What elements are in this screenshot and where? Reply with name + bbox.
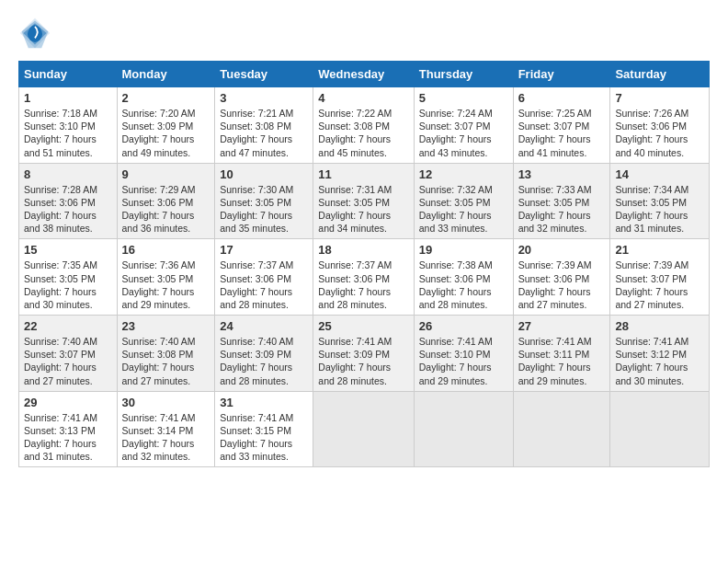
- logo: [18, 17, 55, 50]
- day-number: 4: [318, 91, 408, 105]
- calendar-header-row: SundayMondayTuesdayWednesdayThursdayFrid…: [19, 62, 710, 87]
- day-number: 28: [615, 319, 704, 333]
- day-cell: 31Sunrise: 7:41 AM Sunset: 3:15 PM Dayli…: [215, 391, 313, 467]
- day-number: 24: [220, 319, 308, 333]
- day-info: Sunrise: 7:39 AM Sunset: 3:07 PM Dayligh…: [615, 259, 704, 311]
- day-number: 5: [419, 91, 508, 105]
- day-info: Sunrise: 7:21 AM Sunset: 3:08 PM Dayligh…: [220, 107, 308, 159]
- col-header-thursday: Thursday: [414, 62, 513, 87]
- day-number: 3: [220, 91, 308, 105]
- day-info: Sunrise: 7:26 AM Sunset: 3:06 PM Dayligh…: [615, 107, 704, 159]
- day-cell: 11Sunrise: 7:31 AM Sunset: 3:05 PM Dayli…: [313, 163, 414, 239]
- col-header-monday: Monday: [117, 62, 215, 87]
- day-cell: 23Sunrise: 7:40 AM Sunset: 3:08 PM Dayli…: [117, 316, 215, 392]
- day-info: Sunrise: 7:29 AM Sunset: 3:06 PM Dayligh…: [122, 183, 210, 236]
- day-cell: 19Sunrise: 7:38 AM Sunset: 3:06 PM Dayli…: [414, 239, 513, 316]
- day-info: Sunrise: 7:25 AM Sunset: 3:07 PM Dayligh…: [518, 107, 606, 159]
- week-row-4: 29Sunrise: 7:41 AM Sunset: 3:13 PM Dayli…: [19, 391, 710, 467]
- page: SundayMondayTuesdayWednesdayThursdayFrid…: [0, 0, 728, 477]
- day-number: 29: [24, 396, 112, 409]
- calendar: SundayMondayTuesdayWednesdayThursdayFrid…: [18, 61, 710, 467]
- col-header-tuesday: Tuesday: [215, 62, 313, 87]
- day-info: Sunrise: 7:31 AM Sunset: 3:05 PM Dayligh…: [318, 183, 408, 236]
- day-info: Sunrise: 7:41 AM Sunset: 3:09 PM Dayligh…: [318, 335, 408, 387]
- day-info: Sunrise: 7:34 AM Sunset: 3:05 PM Dayligh…: [615, 183, 704, 236]
- day-cell: 7Sunrise: 7:26 AM Sunset: 3:06 PM Daylig…: [610, 87, 710, 164]
- day-number: 27: [518, 319, 606, 333]
- day-number: 16: [122, 243, 210, 257]
- day-info: Sunrise: 7:35 AM Sunset: 3:05 PM Dayligh…: [24, 259, 112, 311]
- day-cell: [513, 391, 610, 467]
- day-number: 10: [220, 167, 308, 181]
- week-row-2: 15Sunrise: 7:35 AM Sunset: 3:05 PM Dayli…: [19, 239, 710, 316]
- day-cell: 29Sunrise: 7:41 AM Sunset: 3:13 PM Dayli…: [19, 391, 118, 467]
- day-cell: 2Sunrise: 7:20 AM Sunset: 3:09 PM Daylig…: [117, 87, 215, 164]
- week-row-1: 8Sunrise: 7:28 AM Sunset: 3:06 PM Daylig…: [19, 163, 710, 239]
- day-number: 17: [220, 243, 308, 257]
- day-cell: 16Sunrise: 7:36 AM Sunset: 3:05 PM Dayli…: [117, 239, 215, 316]
- week-row-3: 22Sunrise: 7:40 AM Sunset: 3:07 PM Dayli…: [19, 316, 710, 392]
- day-cell: 3Sunrise: 7:21 AM Sunset: 3:08 PM Daylig…: [215, 87, 313, 164]
- day-info: Sunrise: 7:22 AM Sunset: 3:08 PM Dayligh…: [318, 107, 408, 159]
- day-number: 30: [122, 396, 210, 409]
- day-cell: 15Sunrise: 7:35 AM Sunset: 3:05 PM Dayli…: [19, 239, 118, 316]
- day-cell: 20Sunrise: 7:39 AM Sunset: 3:06 PM Dayli…: [513, 239, 610, 316]
- day-info: Sunrise: 7:36 AM Sunset: 3:05 PM Dayligh…: [122, 259, 210, 311]
- col-header-wednesday: Wednesday: [313, 62, 414, 87]
- day-cell: 10Sunrise: 7:30 AM Sunset: 3:05 PM Dayli…: [215, 163, 313, 239]
- week-row-0: 1Sunrise: 7:18 AM Sunset: 3:10 PM Daylig…: [19, 87, 710, 164]
- day-info: Sunrise: 7:40 AM Sunset: 3:08 PM Dayligh…: [122, 335, 210, 387]
- day-cell: 13Sunrise: 7:33 AM Sunset: 3:05 PM Dayli…: [513, 163, 610, 239]
- day-number: 1: [24, 91, 112, 105]
- day-info: Sunrise: 7:33 AM Sunset: 3:05 PM Dayligh…: [518, 183, 606, 236]
- day-info: Sunrise: 7:30 AM Sunset: 3:05 PM Dayligh…: [220, 183, 308, 236]
- day-info: Sunrise: 7:41 AM Sunset: 3:12 PM Dayligh…: [615, 335, 704, 387]
- day-info: Sunrise: 7:32 AM Sunset: 3:05 PM Dayligh…: [419, 183, 508, 236]
- col-header-saturday: Saturday: [610, 62, 710, 87]
- day-info: Sunrise: 7:24 AM Sunset: 3:07 PM Dayligh…: [419, 107, 508, 159]
- day-cell: 5Sunrise: 7:24 AM Sunset: 3:07 PM Daylig…: [414, 87, 513, 164]
- day-info: Sunrise: 7:41 AM Sunset: 3:13 PM Dayligh…: [24, 411, 112, 464]
- day-cell: 17Sunrise: 7:37 AM Sunset: 3:06 PM Dayli…: [215, 239, 313, 316]
- day-number: 14: [615, 167, 704, 181]
- day-info: Sunrise: 7:39 AM Sunset: 3:06 PM Dayligh…: [518, 259, 606, 311]
- day-cell: 1Sunrise: 7:18 AM Sunset: 3:10 PM Daylig…: [19, 87, 118, 164]
- day-info: Sunrise: 7:41 AM Sunset: 3:15 PM Dayligh…: [220, 411, 308, 464]
- header: [18, 17, 710, 50]
- day-cell: 25Sunrise: 7:41 AM Sunset: 3:09 PM Dayli…: [313, 316, 414, 392]
- day-cell: 14Sunrise: 7:34 AM Sunset: 3:05 PM Dayli…: [610, 163, 710, 239]
- day-number: 20: [518, 243, 606, 257]
- day-number: 21: [615, 243, 704, 257]
- day-cell: 26Sunrise: 7:41 AM Sunset: 3:10 PM Dayli…: [414, 316, 513, 392]
- day-cell: 8Sunrise: 7:28 AM Sunset: 3:06 PM Daylig…: [19, 163, 118, 239]
- day-number: 19: [419, 243, 508, 257]
- day-info: Sunrise: 7:40 AM Sunset: 3:07 PM Dayligh…: [24, 335, 112, 387]
- day-info: Sunrise: 7:41 AM Sunset: 3:10 PM Dayligh…: [419, 335, 508, 387]
- day-cell: 12Sunrise: 7:32 AM Sunset: 3:05 PM Dayli…: [414, 163, 513, 239]
- day-cell: 18Sunrise: 7:37 AM Sunset: 3:06 PM Dayli…: [313, 239, 414, 316]
- day-info: Sunrise: 7:41 AM Sunset: 3:11 PM Dayligh…: [518, 335, 606, 387]
- day-info: Sunrise: 7:38 AM Sunset: 3:06 PM Dayligh…: [419, 259, 508, 311]
- day-number: 2: [122, 91, 210, 105]
- day-info: Sunrise: 7:40 AM Sunset: 3:09 PM Dayligh…: [220, 335, 308, 387]
- day-number: 8: [24, 167, 112, 181]
- day-cell: 9Sunrise: 7:29 AM Sunset: 3:06 PM Daylig…: [117, 163, 215, 239]
- day-number: 31: [220, 396, 308, 409]
- day-info: Sunrise: 7:18 AM Sunset: 3:10 PM Dayligh…: [24, 107, 112, 159]
- day-number: 13: [518, 167, 606, 181]
- day-number: 9: [122, 167, 210, 181]
- day-cell: 28Sunrise: 7:41 AM Sunset: 3:12 PM Dayli…: [610, 316, 710, 392]
- logo-icon: [18, 17, 51, 50]
- day-cell: 30Sunrise: 7:41 AM Sunset: 3:14 PM Dayli…: [117, 391, 215, 467]
- day-number: 12: [419, 167, 508, 181]
- day-cell: 22Sunrise: 7:40 AM Sunset: 3:07 PM Dayli…: [19, 316, 118, 392]
- day-number: 15: [24, 243, 112, 257]
- day-number: 26: [419, 319, 508, 333]
- day-cell: 6Sunrise: 7:25 AM Sunset: 3:07 PM Daylig…: [513, 87, 610, 164]
- day-number: 22: [24, 319, 112, 333]
- day-number: 25: [318, 319, 408, 333]
- day-number: 23: [122, 319, 210, 333]
- day-cell: 21Sunrise: 7:39 AM Sunset: 3:07 PM Dayli…: [610, 239, 710, 316]
- day-info: Sunrise: 7:37 AM Sunset: 3:06 PM Dayligh…: [318, 259, 408, 311]
- day-cell: 24Sunrise: 7:40 AM Sunset: 3:09 PM Dayli…: [215, 316, 313, 392]
